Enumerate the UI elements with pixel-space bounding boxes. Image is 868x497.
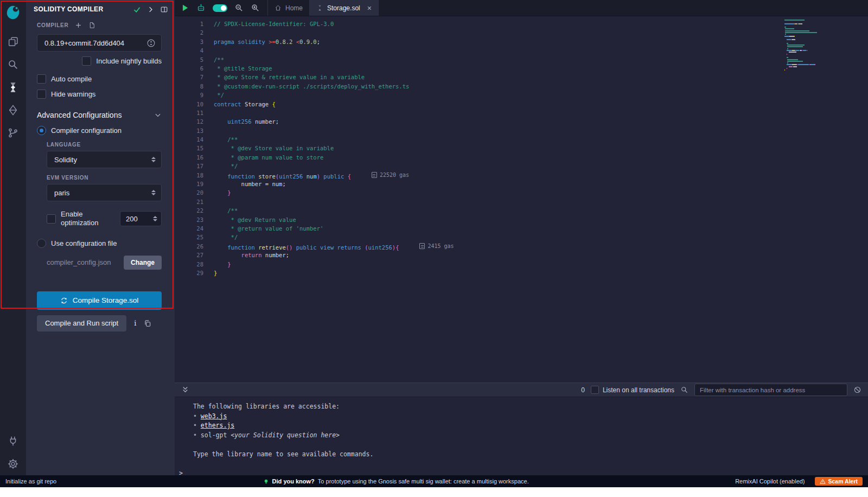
code-text: } — [203, 188, 231, 197]
search-icon[interactable] — [6, 58, 20, 72]
include-nightly-label: Include nightly builds — [96, 57, 162, 65]
code-text: /** — [203, 55, 224, 64]
copilot-toggle[interactable] — [213, 4, 227, 12]
line-number: 22 — [175, 206, 203, 215]
code-line: 14 /** — [175, 135, 868, 144]
git-icon[interactable] — [6, 126, 20, 140]
code-line: 5/** — [175, 55, 868, 64]
terminal-output[interactable]: The following libraries are accessible:•… — [175, 397, 868, 478]
minimap-line — [784, 34, 828, 35]
compile-button[interactable]: Compile Storage.sol — [37, 291, 162, 310]
line-number: 6 — [175, 64, 203, 73]
copilot-status[interactable]: RemixAI Copilot (enabled) — [735, 478, 805, 485]
code-text: function retrieve() public view returns … — [203, 242, 454, 251]
hide-warnings-row[interactable]: Hide warnings — [37, 90, 162, 99]
solidity-compiler-icon[interactable] — [6, 80, 20, 94]
line-number: 21 — [175, 197, 203, 206]
close-tab-icon[interactable]: × — [367, 4, 372, 12]
tab-home[interactable]: Home — [268, 0, 310, 16]
code-text: pragma solidity >=0.8.2 <0.9.0; — [203, 37, 320, 46]
compiler-version-select[interactable]: 0.8.19+commit.7dd6d404 — [37, 34, 162, 52]
auto-compile-row[interactable]: Auto compile — [37, 74, 162, 84]
code-line: 20 } — [175, 188, 868, 197]
language-select[interactable]: Solidity — [47, 151, 162, 168]
main-area: Home Storage.sol × 1// SPDX-License-Iden… — [175, 0, 868, 475]
chevron-right-icon[interactable] — [146, 5, 155, 14]
line-number: 16 — [175, 153, 203, 162]
listen-transactions-label: Listen on all transactions — [603, 386, 674, 394]
compiler-configuration-row[interactable]: Compiler configuration — [37, 126, 162, 135]
pin-panel-icon[interactable] — [160, 5, 168, 14]
code-line: 12 uint256 number; — [175, 117, 868, 126]
panel-header: SOLIDITY COMPILER — [26, 0, 175, 18]
remix-logo-icon[interactable] — [5, 4, 21, 21]
scam-alert-badge[interactable]: Scam Alert — [815, 477, 863, 486]
minimap-line — [784, 28, 828, 29]
copy-icon[interactable] — [144, 320, 151, 327]
add-custom-compiler-icon[interactable] — [75, 22, 82, 29]
code-text: */ — [203, 162, 238, 170]
compiler-configuration-radio[interactable] — [37, 126, 46, 135]
enable-optimization-checkbox[interactable] — [47, 214, 56, 224]
compiler-label: COMPILER — [37, 22, 68, 28]
minimap-line — [784, 54, 828, 55]
compile-and-run-button[interactable]: Compile and Run script — [37, 315, 126, 332]
minimap-line — [784, 62, 828, 63]
minimap-line — [784, 21, 828, 22]
info-icon[interactable]: i — [134, 319, 136, 327]
stepper-caret-icon[interactable] — [153, 216, 157, 221]
terminal-link[interactable]: ethers.js — [201, 422, 234, 429]
hide-warnings-checkbox[interactable] — [37, 90, 46, 99]
optimization-runs-input[interactable]: 200 — [120, 211, 162, 226]
auto-compile-checkbox[interactable] — [37, 74, 46, 84]
gas-icon — [419, 243, 425, 249]
tab-storage-sol[interactable]: Storage.sol × — [310, 0, 379, 16]
select-caret-icon — [151, 157, 156, 162]
transaction-filter-input[interactable] — [694, 384, 847, 396]
include-nightly-checkbox[interactable] — [82, 56, 91, 66]
run-script-icon[interactable] — [180, 3, 189, 12]
include-nightly-row[interactable]: Include nightly builds — [37, 56, 162, 66]
settings-gear-icon[interactable] — [6, 457, 20, 471]
minimap-line — [784, 44, 828, 46]
code-line: 26 function retrieve() public view retur… — [175, 242, 868, 251]
change-config-button[interactable]: Change — [124, 256, 162, 270]
workspaces-icon[interactable] — [6, 35, 20, 49]
minimap-line — [784, 36, 828, 37]
ai-copilot-icon[interactable] — [196, 3, 206, 12]
code-editor[interactable]: 1// SPDX-License-Identifier: GPL-3.023pr… — [175, 16, 868, 383]
code-line: 21 — [175, 197, 868, 206]
code-line: 25 */ — [175, 233, 868, 241]
zoom-in-icon[interactable] — [251, 3, 260, 12]
minimap-line — [784, 23, 828, 24]
advanced-configurations-header[interactable]: Advanced Configurations — [37, 111, 162, 119]
enable-optimization-row[interactable]: Enable optimization — [47, 210, 107, 228]
optimization-runs-value: 200 — [126, 215, 138, 223]
evm-version-select[interactable]: paris — [47, 184, 162, 201]
code-text: * @return value of 'number' — [203, 224, 323, 233]
deploy-run-icon[interactable] — [6, 103, 20, 117]
code-text: // SPDX-License-Identifier: GPL-3.0 — [203, 20, 334, 28]
zoom-out-icon[interactable] — [234, 3, 244, 12]
terminal-link[interactable]: web3.js — [201, 412, 227, 420]
git-init-status[interactable]: Initialize as git repo — [5, 478, 56, 485]
use-configuration-file-row[interactable]: Use configuration file — [37, 239, 162, 248]
code-line: 7 * @dev Store & retrieve value in a var… — [175, 73, 868, 81]
plugin-manager-icon[interactable] — [6, 434, 20, 448]
code-line: 1// SPDX-License-Identifier: GPL-3.0 — [175, 20, 868, 28]
warning-triangle-icon — [820, 479, 826, 485]
minimap[interactable] — [784, 20, 828, 72]
open-compiler-file-icon[interactable] — [88, 22, 95, 29]
listen-transactions-checkbox[interactable] — [591, 386, 599, 394]
remix-ide: SOLIDITY COMPILER COMPILER 0.8.19+comm — [0, 0, 868, 497]
terminal-search-icon[interactable] — [680, 386, 688, 394]
code-text: } — [203, 260, 231, 269]
minimap-line — [784, 20, 828, 21]
expand-terminal-icon[interactable] — [181, 386, 189, 394]
minimap-line — [784, 64, 828, 65]
use-configuration-file-radio[interactable] — [37, 239, 46, 248]
line-number: 28 — [175, 260, 203, 269]
clear-console-icon[interactable] — [853, 386, 861, 394]
listen-transactions-row[interactable]: Listen on all transactions — [591, 386, 674, 394]
compiler-version-value: 0.8.19+commit.7dd6d404 — [44, 39, 124, 47]
